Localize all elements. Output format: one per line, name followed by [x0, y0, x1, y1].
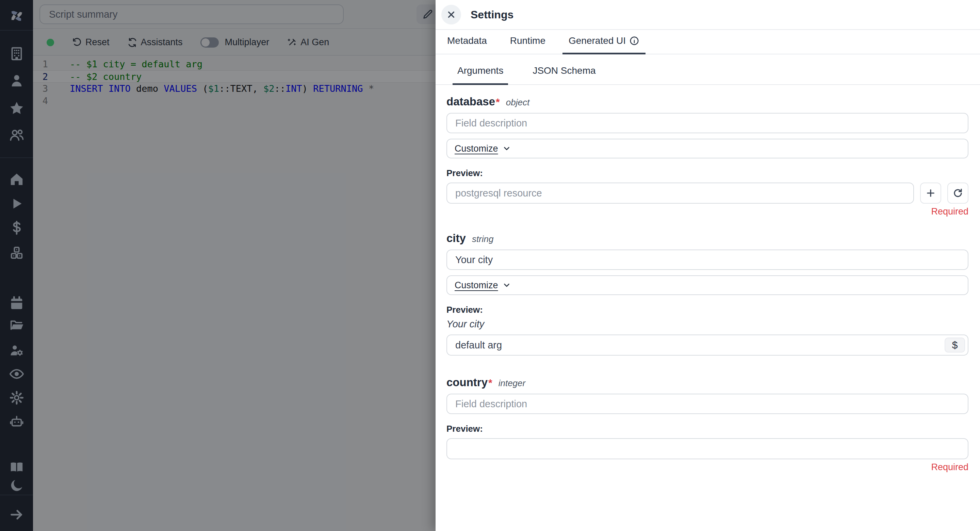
settings-tabs: Metadata Runtime Generated UI: [436, 30, 980, 54]
required-asterisk: *: [488, 377, 492, 388]
rotate-cw-icon: [953, 188, 963, 198]
close-button[interactable]: [441, 5, 461, 24]
subtab-json-schema[interactable]: JSON Schema: [530, 65, 598, 84]
database-required-note: Required: [447, 206, 969, 217]
info-icon: [629, 36, 640, 46]
arg-name: city: [447, 232, 466, 245]
city-preview-description: Your city: [447, 319, 969, 330]
city-customize-box: Customize: [447, 275, 969, 295]
plus-icon: [925, 188, 936, 198]
drawer-header: Settings: [436, 0, 980, 30]
arg-type: object: [506, 97, 530, 108]
arg-type: string: [472, 234, 494, 244]
preview-label: Preview:: [447, 304, 969, 315]
city-customize-toggle[interactable]: Customize: [455, 280, 511, 291]
preview-label: Preview:: [447, 423, 969, 434]
city-default-value-input[interactable]: [447, 334, 969, 356]
dollar-sign-icon: $: [952, 339, 958, 351]
close-icon: [446, 10, 456, 20]
arg-type: integer: [498, 378, 526, 388]
tab-runtime[interactable]: Runtime: [509, 35, 546, 54]
generated-ui-subtabs: Arguments JSON Schema: [436, 59, 980, 85]
database-resource-input[interactable]: [447, 182, 914, 204]
country-required-note: Required: [447, 462, 969, 472]
country-default-value-input[interactable]: [447, 438, 969, 459]
chevron-down-icon: [502, 144, 511, 153]
subtab-arguments[interactable]: Arguments: [455, 65, 506, 84]
arg-section-database: database* object Customize Preview:: [447, 95, 969, 217]
arg-name: country: [447, 376, 488, 389]
tab-metadata[interactable]: Metadata: [447, 35, 488, 54]
city-description-input[interactable]: [447, 249, 969, 270]
page: Reset Assistants Multiplayer AI Gen 1 --…: [0, 0, 980, 531]
required-asterisk: *: [496, 96, 500, 108]
preview-label: Preview:: [447, 168, 969, 179]
settings-drawer: Settings Metadata Runtime Generated UI A…: [436, 0, 980, 531]
country-description-input[interactable]: [447, 394, 969, 414]
variable-picker-button[interactable]: $: [945, 338, 965, 352]
arg-section-city: city string Customize Preview: Your city: [447, 232, 969, 356]
drawer-title: Settings: [471, 8, 514, 21]
modal-backdrop[interactable]: [0, 0, 436, 531]
arg-name: database: [447, 95, 495, 108]
database-customize-toggle[interactable]: Customize: [455, 143, 511, 154]
database-customize-box: Customize: [447, 139, 969, 159]
chevron-down-icon: [502, 281, 511, 290]
add-resource-button[interactable]: [920, 182, 941, 204]
arg-section-country: country* integer Preview: Required: [447, 376, 969, 472]
tab-generated-ui[interactable]: Generated UI: [568, 35, 640, 54]
arguments-panel: database* object Customize Preview:: [436, 85, 980, 472]
database-description-input[interactable]: [447, 113, 969, 133]
refresh-resource-button[interactable]: [947, 182, 969, 204]
